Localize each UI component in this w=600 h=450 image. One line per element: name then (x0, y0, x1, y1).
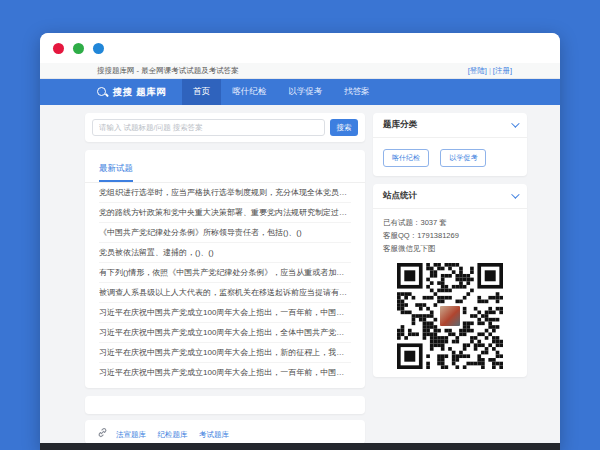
site-topbar: 搜搜题库网 - 最全网课考试试题及考试答案 [登陆]|[注册] (40, 63, 560, 79)
friend-link-faxuan[interactable]: 法宣题库 (116, 430, 146, 439)
question-list-item[interactable]: 被调查人系县级以上人大代表的，监察机关在移送起诉前应当提请有关机关依法()其人大… (99, 283, 351, 303)
site-stats-card: 站点统计 已有试题：3037 套 客服QQ：1791381269 客服微信见下图 (373, 184, 527, 377)
category-button-yixuecukao[interactable]: 以学促考 (440, 149, 486, 167)
sidebar: 题库分类 喀什纪检 以学促考 站点统计 已有试题：3037 套 客服QQ：179… (373, 113, 527, 377)
nav-item-home[interactable]: 首页 (182, 79, 221, 105)
nav-item-kashi-jijian[interactable]: 喀什纪检 (221, 79, 277, 105)
question-list-item[interactable]: 习近平在庆祝中国共产党成立100周年大会上指出，一百年前，中国共产党成立时只有(… (99, 303, 351, 323)
wechat-qr-code (397, 263, 503, 369)
category-button-kashi-jijian[interactable]: 喀什纪检 (383, 149, 429, 167)
logo-text: 搜搜 题库网 (113, 86, 166, 99)
stat-wechat-note: 客服微信见下图 (383, 242, 517, 255)
pagination-card (85, 396, 365, 414)
login-link[interactable]: [登陆] (468, 66, 487, 75)
site-logo[interactable]: 搜搜 题库网 (97, 79, 166, 105)
site-stats-header: 站点统计 (373, 184, 527, 209)
search-icon (97, 87, 108, 98)
tab-latest-questions[interactable]: 最新试题 (99, 163, 133, 182)
wechat-avatar (438, 304, 462, 328)
question-list-item[interactable]: 习近平在庆祝中国共产党成立100周年大会上指出，全体中国共产党员！党中央号召你们… (99, 323, 351, 343)
category-header: 题库分类 (373, 113, 527, 138)
chevron-down-icon[interactable] (511, 190, 519, 198)
question-list-item[interactable]: 习近平在庆祝中国共产党成立100周年大会上指出，一百年前，中国共产党的先驱们创建… (99, 363, 351, 383)
friend-links-card: 法宣题库 纪检题库 考试题库 (85, 420, 365, 444)
question-list-item[interactable]: 党组织进行选举时，应当严格执行选举制度规则，充分体现全体党员的意志。 (99, 183, 351, 203)
stat-service-qq: 客服QQ：1791381269 (383, 229, 517, 242)
window-titlebar (40, 33, 560, 63)
question-list-item[interactable]: 党的路线方针政策和党中央重大决策部署、重要党内法规研究制定过程中，应当广泛征求.… (99, 203, 351, 223)
friend-links: 法宣题库 纪检题库 考试题库 (116, 423, 236, 441)
register-link[interactable]: [注册] (493, 66, 512, 75)
question-list-item[interactable]: 有下列()情形，依照《中国共产党纪律处分条例》，应当从重或者加重处分。() (99, 263, 351, 283)
page-title: 搜搜题库网 - 最全网课考试试题及考试答案 (97, 66, 239, 76)
chevron-down-icon[interactable] (511, 119, 519, 127)
window-minimize-button[interactable] (73, 43, 84, 54)
browser-window: 搜搜题库网 - 最全网课考试试题及考试答案 [登陆]|[注册] 搜搜 题库网 首… (40, 33, 560, 450)
question-list-item[interactable]: 《中国共产党纪律处分条例》所称领导责任者，包括()、() (99, 223, 351, 243)
window-close-button[interactable] (53, 43, 64, 54)
tab-row: 最新试题 (85, 150, 365, 183)
category-card: 题库分类 喀什纪检 以学促考 (373, 113, 527, 176)
search-input[interactable] (92, 119, 325, 136)
link-icon (97, 427, 108, 438)
question-list-item[interactable]: 党员被依法留置、逮捕的，()、() (99, 243, 351, 263)
question-list-item[interactable]: 习近平在庆祝中国共产党成立100周年大会上指出，新的征程上，我们必须紧紧依靠人民… (99, 343, 351, 363)
main-column: 搜索 最新试题 党组织进行选举时，应当严格执行选举制度规则，充分体现全体党员的意… (85, 113, 365, 444)
search-card: 搜索 (85, 113, 365, 142)
friend-link-kaoshi[interactable]: 考试题库 (199, 430, 229, 439)
category-title: 题库分类 (383, 119, 417, 131)
site-stats-body: 已有试题：3037 套 客服QQ：1791381269 客服微信见下图 (373, 209, 527, 369)
friend-link-jijian[interactable]: 纪检题库 (157, 430, 187, 439)
latest-questions-card: 最新试题 党组织进行选举时，应当严格执行选举制度规则，充分体现全体党员的意志。 … (85, 150, 365, 388)
nav-item-find-answers[interactable]: 找答案 (333, 79, 381, 105)
stat-total-questions: 已有试题：3037 套 (383, 216, 517, 229)
main-nav: 搜搜 题库网 首页 喀什纪检 以学促考 找答案 (40, 79, 560, 105)
auth-links: [登陆]|[注册] (468, 66, 512, 76)
category-body: 喀什纪检 以学促考 (373, 138, 527, 176)
nav-item-yixuecukao[interactable]: 以学促考 (277, 79, 333, 105)
search-button[interactable]: 搜索 (330, 119, 358, 136)
site-stats-title: 站点统计 (383, 190, 417, 202)
page-content: 搜索 最新试题 党组织进行选举时，应当严格执行选举制度规则，充分体现全体党员的意… (40, 105, 560, 443)
window-maximize-button[interactable] (93, 43, 104, 54)
auth-separator: | (489, 66, 491, 75)
window-dark-footer (40, 443, 560, 450)
